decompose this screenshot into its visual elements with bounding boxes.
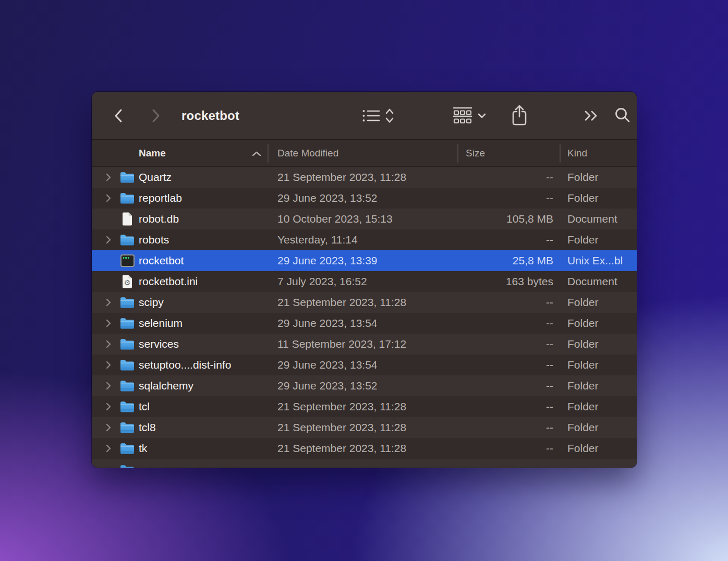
folder-icon bbox=[119, 170, 135, 184]
file-name: scipy bbox=[139, 292, 164, 313]
file-name: setuptoo....dist-info bbox=[139, 355, 231, 375]
file-kind: Unix Ex...bl bbox=[567, 250, 637, 271]
chevron-left-icon bbox=[114, 108, 123, 123]
file-name: tcl bbox=[139, 396, 150, 417]
file-date-modified: 10 October 2023, 15:13 bbox=[277, 209, 393, 229]
partially-visible-row[interactable] bbox=[92, 459, 637, 468]
file-row[interactable]: tk 21 September 2023, 11:28 -- Folder bbox=[92, 438, 637, 459]
search-button[interactable] bbox=[613, 105, 632, 126]
file-kind: Folder bbox=[567, 229, 637, 250]
file-date-modified: 21 September 2023, 11:28 bbox=[277, 167, 406, 188]
file-name: Quartz bbox=[139, 167, 172, 188]
file-size: -- bbox=[457, 188, 553, 209]
file-row[interactable]: tcl 21 September 2023, 11:28 -- Folder bbox=[92, 396, 637, 417]
disclosure-chevron-icon[interactable] bbox=[105, 423, 112, 432]
disclosure-chevron-icon[interactable] bbox=[105, 193, 112, 203]
file-date-modified: 21 September 2023, 11:28 bbox=[277, 417, 406, 438]
file-kind: Folder bbox=[567, 355, 637, 375]
svg-text:⚙: ⚙ bbox=[124, 278, 131, 287]
file-row[interactable]: sqlalchemy 29 June 2023, 13:52 -- Folder bbox=[92, 375, 637, 396]
folder-icon bbox=[119, 191, 135, 205]
file-kind: Document bbox=[567, 209, 637, 229]
file-row[interactable]: scipy 21 September 2023, 11:28 -- Folder bbox=[92, 292, 637, 313]
view-mode-button[interactable] bbox=[357, 105, 399, 126]
group-grid-icon bbox=[453, 107, 472, 125]
folder-icon bbox=[119, 358, 135, 372]
list-view-icon bbox=[362, 109, 380, 123]
file-date-modified: 21 September 2023, 11:28 bbox=[277, 396, 406, 417]
folder-icon bbox=[119, 337, 135, 351]
window-title: rocketbot bbox=[181, 92, 239, 140]
file-date-modified: 21 September 2023, 11:28 bbox=[277, 438, 406, 459]
column-header-date-modified[interactable]: Date Modified bbox=[277, 140, 338, 167]
disclosure-chevron-icon[interactable] bbox=[105, 319, 112, 328]
share-icon bbox=[511, 104, 528, 127]
file-date-modified: Yesterday, 11:14 bbox=[277, 229, 358, 250]
file-kind: Document bbox=[567, 271, 637, 292]
column-header-size[interactable]: Size bbox=[466, 140, 485, 167]
file-kind: Folder bbox=[567, 396, 637, 417]
magnifier-icon bbox=[614, 107, 631, 124]
more-toolbar-items-button[interactable] bbox=[583, 108, 600, 124]
share-button[interactable] bbox=[509, 103, 530, 128]
chevron-down-icon bbox=[478, 113, 486, 119]
file-kind: Folder bbox=[567, 334, 637, 355]
disclosure-chevron-icon[interactable] bbox=[105, 402, 112, 411]
file-date-modified: 29 June 2023, 13:52 bbox=[277, 188, 378, 209]
file-row[interactable]: Quartz 21 September 2023, 11:28 -- Folde… bbox=[92, 167, 637, 188]
column-divider[interactable] bbox=[268, 144, 269, 163]
file-row[interactable]: selenium 29 June 2023, 13:54 -- Folder bbox=[92, 313, 637, 334]
folder-icon bbox=[119, 442, 135, 455]
disclosure-chevron-icon[interactable] bbox=[105, 173, 112, 182]
file-size: -- bbox=[457, 313, 553, 334]
file-size: 25,8 MB bbox=[457, 250, 553, 271]
disclosure-chevron-icon[interactable] bbox=[105, 298, 112, 307]
file-row[interactable]: robot.db 10 October 2023, 15:13 105,8 MB… bbox=[92, 209, 637, 229]
finder-window: rocketbot bbox=[92, 92, 637, 468]
file-row[interactable]: tcl8 21 September 2023, 11:28 -- Folder bbox=[92, 417, 637, 438]
file-row[interactable]: robots Yesterday, 11:14 -- Folder bbox=[92, 229, 637, 250]
disclosure-chevron-icon[interactable] bbox=[105, 444, 112, 453]
file-size: -- bbox=[457, 355, 553, 375]
file-row[interactable]: ⚙ rocketbot.ini 7 July 2023, 16:52 163 b… bbox=[92, 271, 637, 292]
file-size: -- bbox=[457, 375, 553, 396]
file-kind: Folder bbox=[567, 417, 637, 438]
back-button[interactable] bbox=[112, 108, 125, 124]
file-kind: Folder bbox=[567, 438, 637, 459]
column-divider[interactable] bbox=[457, 144, 458, 163]
file-size: -- bbox=[457, 417, 553, 438]
forward-button[interactable] bbox=[149, 108, 163, 124]
file-date-modified: 29 June 2023, 13:54 bbox=[277, 355, 378, 375]
file-size: -- bbox=[457, 167, 553, 188]
folder-icon bbox=[119, 464, 135, 468]
file-date-modified: 29 June 2023, 13:39 bbox=[277, 250, 378, 271]
file-row[interactable]: setuptoo....dist-info 29 June 2023, 13:5… bbox=[92, 355, 637, 375]
group-by-button[interactable] bbox=[448, 105, 490, 126]
folder-icon bbox=[119, 316, 135, 330]
file-date-modified: 11 September 2023, 17:12 bbox=[277, 334, 406, 355]
sort-ascending-icon bbox=[252, 151, 261, 156]
disclosure-chevron-icon[interactable] bbox=[105, 360, 112, 370]
disclosure-chevron-icon[interactable] bbox=[105, 339, 112, 349]
folder-icon bbox=[119, 233, 135, 247]
file-size: 105,8 MB bbox=[457, 209, 553, 229]
file-name: selenium bbox=[139, 313, 183, 334]
folder-icon bbox=[119, 296, 135, 309]
file-kind: Folder bbox=[567, 313, 637, 334]
disclosure-chevron-icon[interactable] bbox=[105, 381, 112, 391]
folder-icon bbox=[119, 379, 135, 393]
file-name: reportlab bbox=[139, 188, 182, 209]
file-row[interactable]: rocketbot 29 June 2023, 13:39 25,8 MB Un… bbox=[92, 250, 637, 271]
column-divider[interactable] bbox=[560, 144, 561, 163]
file-kind: Folder bbox=[567, 292, 637, 313]
disclosure-chevron-icon[interactable] bbox=[105, 235, 112, 245]
file-row[interactable]: services 11 September 2023, 17:12 -- Fol… bbox=[92, 334, 637, 355]
column-header-kind[interactable]: Kind bbox=[567, 140, 587, 167]
file-row[interactable]: reportlab 29 June 2023, 13:52 -- Folder bbox=[92, 188, 637, 209]
column-header-name[interactable]: Name bbox=[139, 140, 166, 167]
folder-icon bbox=[119, 421, 135, 434]
file-date-modified: 21 September 2023, 11:28 bbox=[277, 292, 406, 313]
file-kind: Folder bbox=[567, 375, 637, 396]
desktop-background: { "colors": { "selection_blue": "#2a5ed4… bbox=[0, 0, 728, 561]
folder-icon bbox=[119, 400, 135, 413]
